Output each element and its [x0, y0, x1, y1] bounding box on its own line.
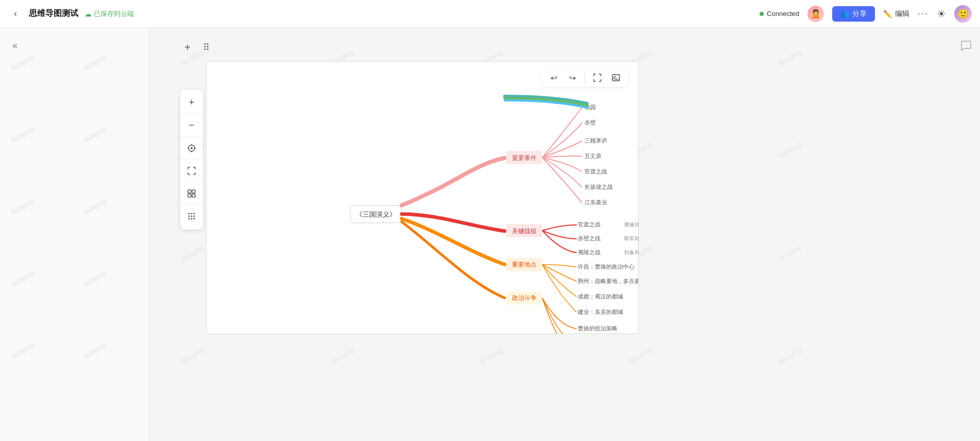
zoom-out-button[interactable]: −	[180, 114, 203, 137]
connected-label: Connected	[767, 10, 799, 17]
canvas-toolbar-top: + ⠿	[180, 40, 213, 55]
redo-button[interactable]: ↪	[565, 70, 579, 85]
more-button[interactable]: ···	[918, 8, 929, 19]
header-left: ‹ 思维导图测试 ☁ 已保存到云端	[8, 7, 134, 21]
svg-text:三顾茅庐: 三顾茅庐	[584, 137, 607, 144]
left-sidebar: « lijunping lijunping lijunping lijunpin…	[0, 28, 149, 441]
svg-point-16	[188, 218, 190, 220]
watermark: lijunping	[777, 346, 802, 365]
comment-button[interactable]	[960, 40, 972, 55]
zoom-in-button[interactable]: +	[180, 92, 203, 114]
connected-dot	[760, 12, 764, 16]
svg-point-15	[194, 216, 195, 217]
svg-text:曹操的统治策略: 曹操的统治策略	[578, 325, 617, 331]
svg-text:江东基业: 江东基业	[584, 199, 607, 205]
svg-text:荆州：战略要地，多次易手: 荆州：战略要地，多次易手	[578, 278, 639, 284]
svg-text:联军对抗曹操: 联军对抗曹操	[624, 236, 639, 241]
image-mode-button[interactable]	[609, 70, 623, 85]
fullscreen-button[interactable]	[180, 160, 203, 182]
svg-rect-7	[192, 190, 195, 193]
watermark: lijunping	[628, 346, 653, 365]
header-right: Connected 🙎 👥 分享 ✏️ 编辑 ··· ☀ 🙂	[760, 5, 972, 23]
watermark: lijunping	[82, 197, 107, 216]
watermark: lijunping	[777, 48, 802, 67]
fit-view-button[interactable]	[590, 70, 605, 85]
watermark: lijunping	[180, 243, 205, 262]
sidebar-collapse-button[interactable]: «	[12, 40, 18, 51]
dots-button[interactable]	[180, 205, 203, 227]
svg-text:成都：蜀汉的都城: 成都：蜀汉的都城	[578, 293, 623, 299]
svg-text:许昌：曹操的政治中心: 许昌：曹操的政治中心	[578, 263, 634, 270]
svg-point-10	[188, 213, 190, 215]
svg-text:曹操对抗袁绍: 曹操对抗袁绍	[624, 222, 639, 227]
svg-point-17	[191, 218, 193, 220]
cloud-icon: ☁	[84, 10, 92, 18]
canvas-add-button[interactable]: +	[180, 40, 195, 55]
watermark: lijunping	[82, 125, 107, 144]
svg-point-14	[191, 216, 193, 217]
svg-text:政治斗争: 政治斗争	[512, 294, 537, 302]
svg-point-13	[188, 216, 190, 217]
watermark: lijunping	[329, 346, 354, 365]
zoom-toolbar: + −	[180, 90, 203, 230]
svg-text:刘备对抗孙权: 刘备对抗孙权	[624, 250, 639, 255]
toolbar-divider	[584, 73, 585, 83]
watermark: lijunping	[478, 346, 504, 365]
undo-button[interactable]: ↩	[546, 70, 561, 85]
svg-point-11	[191, 213, 193, 215]
mindmap-container: ↩ ↪ 《三国演义》	[206, 61, 639, 334]
svg-text:重要地点: 重要地点	[512, 261, 537, 268]
watermark: lijunping	[777, 140, 802, 160]
share-icon: 👥	[840, 10, 849, 18]
share-button[interactable]: 👥 分享	[832, 6, 875, 22]
watermark: lijunping	[10, 341, 35, 360]
watermark: lijunping	[777, 243, 802, 262]
locate-button[interactable]	[180, 137, 203, 160]
watermark: lijunping	[82, 53, 107, 72]
collaborator-avatar: 🙎	[807, 6, 824, 22]
connected-status: Connected	[760, 10, 799, 17]
svg-text:赤壁之战: 赤壁之战	[578, 235, 600, 241]
watermark: lijunping	[10, 269, 35, 288]
watermark: lijunping	[180, 346, 205, 365]
watermark: lijunping	[10, 197, 35, 216]
svg-rect-6	[188, 190, 191, 193]
settings-button[interactable]: ☀	[937, 8, 946, 20]
svg-text:官渡之战: 官渡之战	[578, 221, 600, 227]
svg-rect-9	[192, 194, 195, 197]
edit-button[interactable]: ✏️ 编辑	[883, 9, 909, 19]
svg-point-18	[194, 218, 195, 220]
main-canvas: lijunping lijunping lijunping lijunping …	[149, 28, 980, 441]
user-avatar[interactable]: 🙂	[954, 5, 972, 23]
watermark: lijunping	[10, 53, 35, 72]
save-status-text: 已保存到云端	[94, 9, 134, 19]
svg-rect-8	[188, 194, 191, 197]
svg-text:建业：东吴的都城: 建业：东吴的都城	[577, 309, 623, 315]
svg-point-12	[194, 213, 195, 215]
mindmap-mini-toolbar: ↩ ↪	[541, 68, 628, 87]
svg-text:《三国演义》: 《三国演义》	[356, 210, 396, 218]
back-button[interactable]: ‹	[8, 7, 23, 21]
canvas-grid-button[interactable]: ⠿	[199, 40, 213, 55]
svg-point-1	[191, 147, 193, 149]
sidebar-watermarks: lijunping lijunping lijunping lijunping …	[0, 28, 149, 441]
svg-text:关键战役: 关键战役	[512, 227, 537, 235]
svg-text:长坂坡之战: 长坂坡之战	[584, 184, 613, 190]
save-status: ☁ 已保存到云端	[84, 9, 134, 19]
watermark: lijunping	[82, 269, 107, 288]
svg-text:赤壁: 赤壁	[584, 119, 596, 126]
mindmap-svg: 《三国演义》 重要事件 桃园 赤壁 三顾茅庐 五丈原 官渡之战	[206, 61, 639, 334]
svg-text:夷陵之战: 夷陵之战	[578, 249, 600, 255]
svg-text:官渡之战: 官渡之战	[584, 168, 607, 174]
layout-button[interactable]	[180, 182, 203, 205]
edit-label: 编辑	[895, 9, 909, 19]
svg-text:重要事件: 重要事件	[512, 154, 537, 162]
watermark: lijunping	[10, 125, 35, 144]
svg-point-20	[614, 76, 615, 78]
share-label: 分享	[852, 9, 867, 19]
document-title: 思维导图测试	[29, 8, 78, 19]
edit-icon: ✏️	[883, 10, 892, 18]
svg-text:五丈原: 五丈原	[584, 153, 601, 159]
watermark: lijunping	[82, 341, 107, 360]
header: ‹ 思维导图测试 ☁ 已保存到云端 Connected 🙎 👥 分享 ✏️ 编辑…	[0, 0, 980, 28]
